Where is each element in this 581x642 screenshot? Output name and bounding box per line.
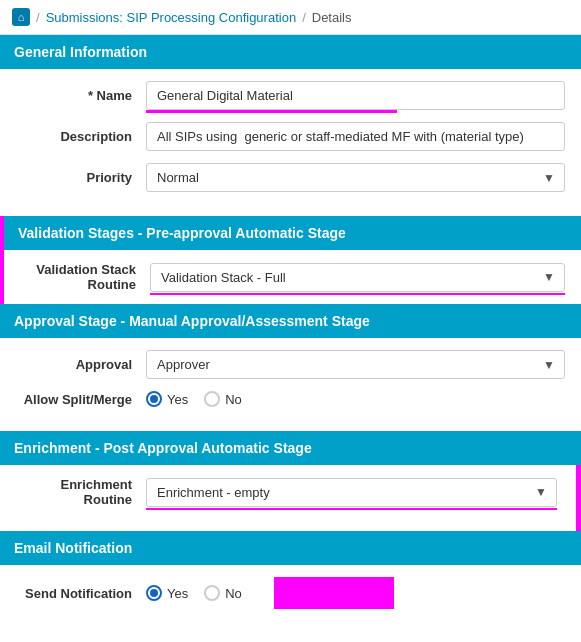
name-input[interactable] bbox=[146, 81, 565, 110]
enrichment-routine-select[interactable]: Enrichment - empty Enrichment - full bbox=[146, 478, 557, 507]
split-merge-yes-radio[interactable] bbox=[146, 391, 162, 407]
priority-row: Priority Normal High Low ▼ bbox=[16, 163, 565, 192]
breadcrumb: ⌂ / Submissions: SIP Processing Configur… bbox=[0, 0, 581, 35]
email-notification-body: Send Notification Yes No bbox=[0, 565, 581, 633]
home-icon[interactable]: ⌂ bbox=[12, 8, 30, 26]
email-notification-header: Email Notification bbox=[0, 531, 581, 565]
description-input[interactable] bbox=[146, 122, 565, 151]
split-merge-yes[interactable]: Yes bbox=[146, 391, 188, 407]
split-merge-yes-label: Yes bbox=[167, 392, 188, 407]
send-notification-yes[interactable]: Yes bbox=[146, 585, 188, 601]
send-notification-no-label: No bbox=[225, 586, 242, 601]
validation-stages-header: Validation Stages - Pre-approval Automat… bbox=[0, 216, 581, 250]
split-merge-no-label: No bbox=[225, 392, 242, 407]
send-notification-row: Send Notification Yes No bbox=[16, 577, 565, 609]
notification-pink-placeholder bbox=[274, 577, 394, 609]
send-notification-radio-group: Yes No bbox=[146, 577, 394, 609]
approval-label: Approval bbox=[16, 357, 146, 372]
split-merge-row: Allow Split/Merge Yes No bbox=[16, 391, 565, 407]
send-notification-no-radio[interactable] bbox=[204, 585, 220, 601]
validation-routine-label: Validation Stack Routine bbox=[20, 262, 150, 292]
send-notification-label: Send Notification bbox=[16, 586, 146, 601]
description-label: Description bbox=[16, 129, 146, 144]
send-notification-yes-label: Yes bbox=[167, 586, 188, 601]
approval-stage-header: Approval Stage - Manual Approval/Assessm… bbox=[0, 304, 581, 338]
breadcrumb-current: Details bbox=[312, 10, 352, 25]
send-notification-yes-radio[interactable] bbox=[146, 585, 162, 601]
split-merge-no[interactable]: No bbox=[204, 391, 242, 407]
name-label: * Name bbox=[16, 88, 146, 103]
enrichment-routine-row: Enrichment Routine Enrichment - empty En… bbox=[16, 477, 557, 507]
general-info-header: General Information bbox=[0, 35, 581, 69]
split-merge-no-radio[interactable] bbox=[204, 391, 220, 407]
name-row: * Name bbox=[16, 81, 565, 110]
enrichment-routine-label: Enrichment Routine bbox=[16, 477, 146, 507]
split-merge-radio-group: Yes No bbox=[146, 391, 242, 407]
validation-routine-select[interactable]: Validation Stack - Full Validation Stack… bbox=[150, 263, 565, 292]
priority-label: Priority bbox=[16, 170, 146, 185]
send-notification-button-area: Send Notification bbox=[0, 633, 581, 642]
approval-select[interactable]: Approver None bbox=[146, 350, 565, 379]
enrichment-header: Enrichment - Post Approval Automatic Sta… bbox=[0, 431, 581, 465]
priority-select[interactable]: Normal High Low bbox=[146, 163, 565, 192]
send-notification-no[interactable]: No bbox=[204, 585, 242, 601]
approval-row: Approval Approver None ▼ bbox=[16, 350, 565, 379]
split-merge-label: Allow Split/Merge bbox=[16, 392, 146, 407]
breadcrumb-link[interactable]: Submissions: SIP Processing Configuratio… bbox=[46, 10, 297, 25]
description-row: Description bbox=[16, 122, 565, 151]
